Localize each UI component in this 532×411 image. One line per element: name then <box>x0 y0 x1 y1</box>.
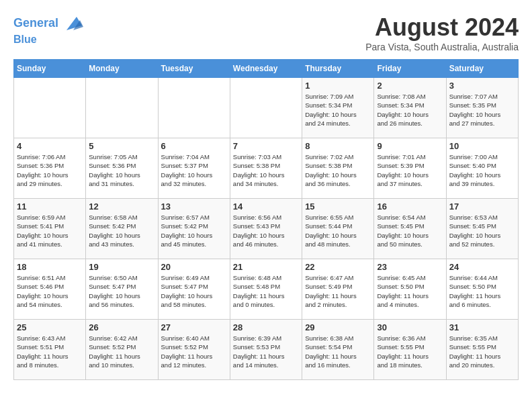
page-header: General Blue August 2024 Para Vista, Sou… <box>13 13 519 52</box>
calendar-week-row: 4Sunrise: 7:06 AM Sunset: 5:36 PM Daylig… <box>14 138 519 199</box>
calendar-cell: 16Sunrise: 6:54 AM Sunset: 5:45 PM Dayli… <box>374 199 446 259</box>
day-info: Sunrise: 6:59 AM Sunset: 5:41 PM Dayligh… <box>17 213 83 248</box>
calendar-cell: 25Sunrise: 6:43 AM Sunset: 5:51 PM Dayli… <box>14 320 86 380</box>
weekday-header-wednesday: Wednesday <box>230 60 302 78</box>
day-number: 10 <box>449 141 515 151</box>
calendar-cell: 5Sunrise: 7:05 AM Sunset: 5:36 PM Daylig… <box>86 138 158 199</box>
calendar-cell: 9Sunrise: 7:01 AM Sunset: 5:39 PM Daylig… <box>374 138 446 199</box>
calendar-cell: 3Sunrise: 7:07 AM Sunset: 5:35 PM Daylig… <box>446 78 518 138</box>
calendar-cell: 10Sunrise: 7:00 AM Sunset: 5:40 PM Dayli… <box>446 138 518 199</box>
day-info: Sunrise: 7:04 AM Sunset: 5:37 PM Dayligh… <box>161 152 227 188</box>
day-number: 25 <box>17 322 83 332</box>
calendar-cell: 22Sunrise: 6:47 AM Sunset: 5:49 PM Dayli… <box>302 259 374 320</box>
day-number: 9 <box>377 141 443 151</box>
day-info: Sunrise: 6:50 AM Sunset: 5:47 PM Dayligh… <box>89 273 154 309</box>
calendar-cell: 27Sunrise: 6:40 AM Sunset: 5:52 PM Dayli… <box>158 320 230 380</box>
day-info: Sunrise: 7:05 AM Sunset: 5:36 PM Dayligh… <box>89 152 154 188</box>
day-number: 26 <box>89 322 154 332</box>
day-info: Sunrise: 6:47 AM Sunset: 5:49 PM Dayligh… <box>305 273 371 309</box>
day-number: 20 <box>161 262 227 272</box>
day-number: 16 <box>377 201 443 212</box>
day-info: Sunrise: 6:44 AM Sunset: 5:50 PM Dayligh… <box>449 273 515 309</box>
day-number: 4 <box>17 141 83 151</box>
calendar-cell: 7Sunrise: 7:03 AM Sunset: 5:38 PM Daylig… <box>230 138 302 199</box>
logo-text: General <box>13 13 83 34</box>
month-title: August 2024 <box>365 13 519 42</box>
calendar-cell: 4Sunrise: 7:06 AM Sunset: 5:36 PM Daylig… <box>14 138 86 199</box>
day-info: Sunrise: 7:08 AM Sunset: 5:34 PM Dayligh… <box>377 92 443 128</box>
weekday-header-saturday: Saturday <box>446 60 518 78</box>
calendar-cell: 21Sunrise: 6:48 AM Sunset: 5:48 PM Dayli… <box>230 259 302 320</box>
weekday-header-tuesday: Tuesday <box>158 60 230 78</box>
logo-blue: Blue <box>13 34 83 46</box>
day-info: Sunrise: 7:03 AM Sunset: 5:38 PM Dayligh… <box>233 152 299 188</box>
day-number: 24 <box>449 262 515 272</box>
logo-general: General <box>13 16 58 30</box>
day-info: Sunrise: 6:42 AM Sunset: 5:52 PM Dayligh… <box>89 334 154 369</box>
day-info: Sunrise: 7:02 AM Sunset: 5:38 PM Dayligh… <box>305 152 371 188</box>
day-info: Sunrise: 7:09 AM Sunset: 5:34 PM Dayligh… <box>305 92 371 128</box>
day-number: 27 <box>161 322 227 332</box>
weekday-header-thursday: Thursday <box>302 60 374 78</box>
day-number: 18 <box>17 262 83 272</box>
day-info: Sunrise: 6:51 AM Sunset: 5:46 PM Dayligh… <box>17 273 83 309</box>
calendar-week-row: 1Sunrise: 7:09 AM Sunset: 5:34 PM Daylig… <box>14 78 519 138</box>
day-number: 21 <box>233 262 299 272</box>
day-number: 19 <box>89 262 154 272</box>
calendar-cell: 28Sunrise: 6:39 AM Sunset: 5:53 PM Dayli… <box>230 320 302 380</box>
calendar-cell: 29Sunrise: 6:38 AM Sunset: 5:54 PM Dayli… <box>302 320 374 380</box>
day-number: 5 <box>89 141 154 151</box>
day-number: 17 <box>449 201 515 212</box>
day-info: Sunrise: 6:49 AM Sunset: 5:47 PM Dayligh… <box>161 273 227 309</box>
calendar-cell: 24Sunrise: 6:44 AM Sunset: 5:50 PM Dayli… <box>446 259 518 320</box>
day-number: 7 <box>233 141 299 151</box>
day-number: 13 <box>161 201 227 212</box>
day-number: 1 <box>305 81 371 91</box>
logo-icon <box>63 13 83 34</box>
calendar-cell <box>14 78 86 138</box>
day-info: Sunrise: 6:40 AM Sunset: 5:52 PM Dayligh… <box>161 334 227 369</box>
calendar-table: SundayMondayTuesdayWednesdayThursdayFrid… <box>13 59 519 380</box>
day-number: 2 <box>377 81 443 91</box>
calendar-cell: 23Sunrise: 6:45 AM Sunset: 5:50 PM Dayli… <box>374 259 446 320</box>
calendar-cell: 13Sunrise: 6:57 AM Sunset: 5:42 PM Dayli… <box>158 199 230 259</box>
day-number: 15 <box>305 201 371 212</box>
day-info: Sunrise: 6:39 AM Sunset: 5:53 PM Dayligh… <box>233 334 299 369</box>
calendar-week-row: 18Sunrise: 6:51 AM Sunset: 5:46 PM Dayli… <box>14 259 519 320</box>
day-number: 11 <box>17 201 83 212</box>
calendar-cell: 11Sunrise: 6:59 AM Sunset: 5:41 PM Dayli… <box>14 199 86 259</box>
calendar-cell: 6Sunrise: 7:04 AM Sunset: 5:37 PM Daylig… <box>158 138 230 199</box>
day-number: 31 <box>449 322 515 332</box>
location-title: Para Vista, South Australia, Australia <box>365 42 519 52</box>
day-number: 8 <box>305 141 371 151</box>
weekday-header-sunday: Sunday <box>14 60 86 78</box>
calendar-cell: 31Sunrise: 6:35 AM Sunset: 5:55 PM Dayli… <box>446 320 518 380</box>
day-info: Sunrise: 6:45 AM Sunset: 5:50 PM Dayligh… <box>377 273 443 309</box>
weekday-header-monday: Monday <box>86 60 158 78</box>
day-info: Sunrise: 6:55 AM Sunset: 5:44 PM Dayligh… <box>305 213 371 248</box>
calendar-cell: 1Sunrise: 7:09 AM Sunset: 5:34 PM Daylig… <box>302 78 374 138</box>
day-number: 6 <box>161 141 227 151</box>
day-info: Sunrise: 6:36 AM Sunset: 5:55 PM Dayligh… <box>377 334 443 369</box>
day-info: Sunrise: 7:00 AM Sunset: 5:40 PM Dayligh… <box>449 152 515 188</box>
day-number: 14 <box>233 201 299 212</box>
weekday-header-friday: Friday <box>374 60 446 78</box>
calendar-cell: 17Sunrise: 6:53 AM Sunset: 5:45 PM Dayli… <box>446 199 518 259</box>
weekday-header-row: SundayMondayTuesdayWednesdayThursdayFrid… <box>14 60 519 78</box>
calendar-cell: 18Sunrise: 6:51 AM Sunset: 5:46 PM Dayli… <box>14 259 86 320</box>
calendar-cell: 8Sunrise: 7:02 AM Sunset: 5:38 PM Daylig… <box>302 138 374 199</box>
day-number: 30 <box>377 322 443 332</box>
day-info: Sunrise: 6:35 AM Sunset: 5:55 PM Dayligh… <box>449 334 515 369</box>
day-info: Sunrise: 7:07 AM Sunset: 5:35 PM Dayligh… <box>449 92 515 128</box>
calendar-cell: 2Sunrise: 7:08 AM Sunset: 5:34 PM Daylig… <box>374 78 446 138</box>
day-number: 3 <box>449 81 515 91</box>
day-info: Sunrise: 6:48 AM Sunset: 5:48 PM Dayligh… <box>233 273 299 309</box>
calendar-cell <box>230 78 302 138</box>
day-number: 23 <box>377 262 443 272</box>
calendar-cell <box>86 78 158 138</box>
calendar-cell: 19Sunrise: 6:50 AM Sunset: 5:47 PM Dayli… <box>86 259 158 320</box>
day-info: Sunrise: 6:58 AM Sunset: 5:42 PM Dayligh… <box>89 213 154 248</box>
day-number: 29 <box>305 322 371 332</box>
calendar-cell: 20Sunrise: 6:49 AM Sunset: 5:47 PM Dayli… <box>158 259 230 320</box>
day-info: Sunrise: 6:57 AM Sunset: 5:42 PM Dayligh… <box>161 213 227 248</box>
